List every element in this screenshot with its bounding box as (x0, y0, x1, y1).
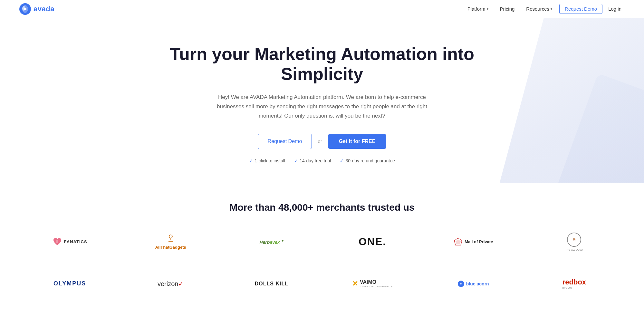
olympus-label: OLYMPUS (53, 280, 86, 287)
hero-badges: ✓ 1-click to install ✓ 14-day free trial… (161, 158, 483, 163)
logo-row-1: FANATICS AllThatGadgets Herbavex ✦ ONE. (19, 229, 625, 255)
trusted-section: More than 48,000+ merchants trusted us F… (0, 183, 644, 326)
hero-get-free-button[interactable]: Get it for FREE (328, 134, 387, 149)
svg-point-3 (24, 8, 26, 10)
navbar: avada Platform ▾ Pricing Resources ▾ Req… (0, 0, 644, 18)
mop-label: Mall of Private (465, 239, 493, 244)
check-icon-3: ✓ (340, 158, 344, 163)
hero-content: Turn your Marketing Automation into Simp… (161, 44, 483, 163)
trusted-title: More than 48,000+ merchants trusted us (19, 202, 625, 213)
nav-request-demo-button[interactable]: Request Demo (559, 4, 602, 14)
check-icon: ✓ (249, 158, 253, 163)
vaimo-x-icon: ✕ (352, 280, 358, 288)
logo-row-2: OLYMPUS verizon✓ DOLLS KILL ✕ VAIMO CORE… (19, 271, 625, 297)
svg-rect-4 (56, 240, 58, 243)
badge-refund: ✓ 30-day refund guarantee (340, 158, 395, 163)
vaimo-sub-label: CORE OF COMMERCE (360, 285, 393, 288)
logo-icon (19, 3, 31, 15)
one-label: ONE. (359, 236, 386, 248)
hero-request-demo-button[interactable]: Request Demo (258, 134, 312, 149)
mop-icon (454, 237, 463, 246)
logo-herbavex: Herbavex ✦ (221, 229, 322, 255)
logo-olympus: OLYMPUS (19, 271, 120, 297)
logo-text: avada (34, 5, 54, 13)
oz-label: The OZ Decor (565, 248, 583, 251)
logo-mallofprivate: Mall of Private (423, 229, 524, 255)
redbox-main-label: redbox (562, 278, 586, 286)
redbox-sub-label: bySQU (562, 286, 572, 289)
fanatics-label: FANATICS (64, 239, 87, 244)
logo-allthatgadgets: AllThatGadgets (120, 229, 221, 255)
nav-links: Platform ▾ Pricing Resources ▾ Request D… (463, 4, 625, 14)
logo[interactable]: avada (19, 3, 54, 15)
hero-section: Turn your Marketing Automation into Simp… (0, 18, 644, 183)
verizon-check-icon: ✓ (178, 280, 184, 287)
logo-one: ONE. (322, 229, 423, 255)
nav-resources[interactable]: Resources ▾ (522, 4, 557, 14)
atg-label: AllThatGadgets (155, 245, 186, 250)
dollskill-label: DOLLS KILL (255, 281, 288, 287)
atg-icon (166, 234, 176, 244)
logo-redbox: redbox bySQU (524, 271, 625, 297)
hero-or-label: or (318, 139, 322, 144)
blueacorn-icon: ● (458, 281, 464, 287)
check-icon-2: ✓ (294, 158, 298, 163)
hero-subtitle: Hey! We are AVADA Marketing Automation p… (206, 93, 438, 121)
logo-fanatics: FANATICS (19, 229, 120, 255)
logo-dollskill: DOLLS KILL (221, 271, 322, 297)
logo-ozdecor: 🪑 The OZ Decor (524, 229, 625, 255)
nav-pricing[interactable]: Pricing (495, 4, 519, 14)
svg-point-5 (169, 235, 172, 238)
hero-buttons: Request Demo or Get it for FREE (161, 134, 483, 149)
badge-trial: ✓ 14-day free trial (294, 158, 331, 163)
chevron-down-icon: ▾ (487, 7, 488, 11)
logo-vaimo: ✕ VAIMO CORE OF COMMERCE (322, 271, 423, 297)
fanatics-heart-icon (53, 237, 62, 247)
oz-inner-text: 🪑 (572, 238, 576, 241)
verizon-label: verizon✓ (158, 280, 184, 288)
logo-verizon: verizon✓ (120, 271, 221, 297)
vaimo-main-label: VAIMO (360, 279, 376, 285)
blueacorn-label: blue acorn (466, 281, 489, 286)
herbavex-label: Herbavex ✦ (259, 239, 284, 245)
hero-title: Turn your Marketing Automation into Simp… (161, 44, 483, 84)
nav-login-link[interactable]: Log in (605, 4, 625, 14)
nav-platform[interactable]: Platform ▾ (463, 4, 493, 14)
chevron-down-icon-2: ▾ (551, 7, 552, 11)
svg-marker-9 (456, 239, 461, 245)
badge-install: ✓ 1-click to install (249, 158, 285, 163)
logo-blueacorn: ● blue acorn (423, 271, 524, 297)
